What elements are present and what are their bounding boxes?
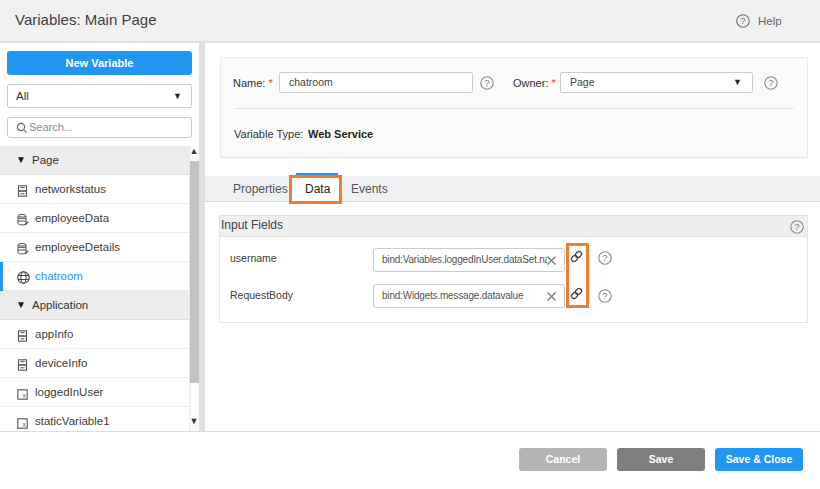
svg-text:?: ? xyxy=(602,290,607,301)
svg-text:?: ? xyxy=(602,252,607,263)
svg-text:?: ? xyxy=(768,77,773,88)
svg-text:?: ? xyxy=(794,221,799,232)
svg-text:?: ? xyxy=(740,15,745,26)
svg-text:?: ? xyxy=(484,77,489,88)
svg-text:x: x xyxy=(23,392,27,399)
svg-text:x: x xyxy=(23,421,27,428)
